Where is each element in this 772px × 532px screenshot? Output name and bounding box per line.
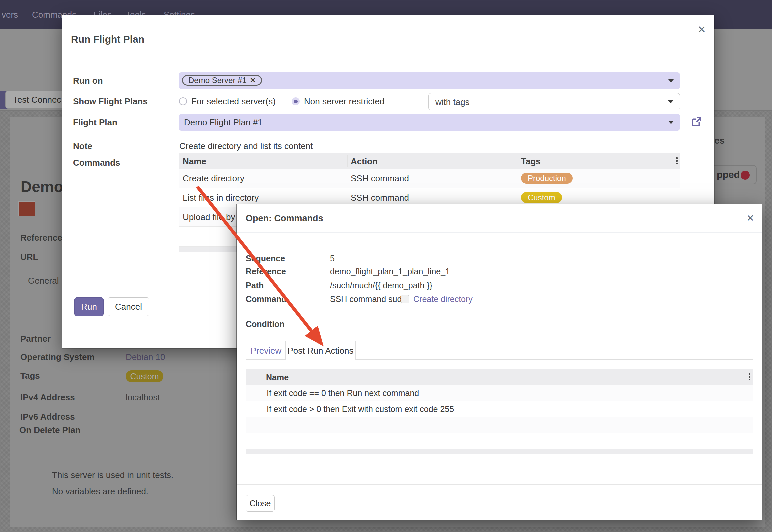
tabs-underline <box>356 359 753 360</box>
cell-action: SSH command <box>351 173 409 184</box>
kebab-menu-icon[interactable] <box>749 373 750 375</box>
open-commands-modal: Open: Commands ✕ Sequence 5 Reference de… <box>237 204 762 520</box>
ipv4-label: IPv4 Address <box>20 392 75 403</box>
url-label: URL <box>20 252 38 262</box>
label-column-divider <box>173 71 173 261</box>
cell-name: If exit code == 0 then Run next command <box>267 388 419 398</box>
cell-name: Upload file by <box>183 212 235 222</box>
actions-table-header: Name <box>246 369 753 385</box>
radio-for-selected-servers[interactable] <box>179 97 187 105</box>
modal-footer-divider <box>237 484 762 485</box>
cell-name: List files in directory <box>183 193 259 203</box>
column-divider <box>347 155 348 167</box>
stopped-status-label: pped <box>717 169 740 180</box>
chevron-down-icon <box>668 121 674 124</box>
field-column-divider <box>326 251 326 307</box>
table-row[interactable]: If exit code == 0 then Run next command <box>246 385 753 401</box>
tab-preview[interactable]: Preview <box>247 342 285 360</box>
field-column-divider <box>326 316 326 333</box>
stopped-status-dot-icon <box>741 171 750 180</box>
column-divider <box>518 155 518 167</box>
server-image[interactable] <box>19 202 35 216</box>
cell-name: If exit code > 0 then Exit with custom e… <box>267 404 454 414</box>
column-divider <box>264 371 264 383</box>
sequence-label: Sequence <box>246 254 285 263</box>
show-flight-plans-label: Show Flight Plans <box>73 96 148 107</box>
col-action: Action <box>351 156 378 167</box>
chevron-down-icon <box>668 79 674 82</box>
operating-system-label: Operating System <box>20 352 95 362</box>
tags-label: Tags <box>20 371 40 381</box>
tag-badge: Custom <box>521 192 562 203</box>
custom-tag-badge: Custom <box>126 370 163 382</box>
commands-table-header: Name Action Tags <box>179 153 680 169</box>
menu-item-servers[interactable]: vers <box>2 0 18 29</box>
remove-tag-icon[interactable]: ✕ <box>250 76 256 84</box>
command-value: SSH command sudo <box>330 294 406 304</box>
path-value: /such/much/{{ demo_path }} <box>330 281 432 290</box>
reference-value: demo_flight_plan_1_plan_line_1 <box>330 267 450 276</box>
tab-post-run-actions[interactable]: Post Run Actions <box>285 341 356 360</box>
ipv4-value: localhost <box>126 392 160 403</box>
create-directory-link[interactable]: Create directory <box>413 294 473 304</box>
server-tag-label: Demo Server #1 <box>188 76 247 85</box>
run-on-multiselect[interactable]: Demo Server #1 ✕ <box>179 72 680 89</box>
screen: vers Commands Files Tools Settings Test … <box>0 0 772 532</box>
col-tags: Tags <box>521 156 541 167</box>
create-directory-checkbox[interactable] <box>401 295 409 303</box>
close-icon[interactable]: ✕ <box>695 23 708 36</box>
unit-test-note-line2: No variables are defined. <box>52 486 148 497</box>
breadcrumb-divider <box>714 87 772 87</box>
right-heading-divider <box>714 148 765 148</box>
col-name: Name <box>266 373 289 382</box>
field-divider <box>119 421 119 439</box>
server-tag: Demo Server #1 ✕ <box>182 75 262 86</box>
radio-non-server-restricted-label[interactable]: Non server restricted <box>304 96 384 107</box>
server-page-title: Demo <box>21 178 63 196</box>
right-heading-fragment: es <box>714 135 725 146</box>
radio-non-server-restricted[interactable] <box>292 97 300 105</box>
note-value: Create directory and list its content <box>179 141 313 151</box>
flight-plan-value: Demo Flight Plan #1 <box>184 117 263 128</box>
on-delete-plan-label: On Delete Plan <box>19 425 81 435</box>
table-row[interactable]: Create directory SSH command Production <box>179 169 680 188</box>
with-tags-select[interactable]: with tags <box>428 93 680 110</box>
condition-label: Condition <box>246 319 285 329</box>
table-row-empty <box>246 417 753 433</box>
kebab-menu-icon[interactable] <box>676 157 678 159</box>
test-connection-label: Test Connec <box>13 95 61 105</box>
modal-header-divider <box>237 232 762 233</box>
path-label: Path <box>246 281 264 290</box>
reference-label: Reference <box>20 233 62 243</box>
flight-plan-select[interactable]: Demo Flight Plan #1 <box>179 114 680 131</box>
tab-general[interactable]: General <box>28 276 59 286</box>
unit-test-note-line1: This server is used in unit tests. <box>52 470 173 480</box>
cancel-button[interactable]: Cancel <box>108 297 149 316</box>
operating-system-value[interactable]: Debian 10 <box>126 352 165 362</box>
note-label: Note <box>73 141 92 151</box>
run-button[interactable]: Run <box>74 297 104 316</box>
with-tags-value: with tags <box>435 97 470 107</box>
external-link-icon[interactable] <box>691 116 703 128</box>
col-name: Name <box>183 156 206 167</box>
table-row[interactable]: If exit code > 0 then Exit with custom e… <box>246 401 753 417</box>
reference-label: Reference <box>246 267 286 276</box>
sequence-value: 5 <box>330 254 335 263</box>
flight-plan-label: Flight Plan <box>73 117 117 128</box>
close-button[interactable]: Close <box>246 495 275 512</box>
table-footer-strip <box>246 449 753 454</box>
modal-title: Run Flight Plan <box>71 34 144 45</box>
close-icon[interactable]: ✕ <box>744 211 757 225</box>
ipv6-label: IPv6 Address <box>20 412 75 422</box>
tabs-underline <box>246 359 285 360</box>
radio-for-selected-servers-label[interactable]: For selected server(s) <box>191 96 276 107</box>
cell-name: Create directory <box>183 173 244 184</box>
tag-badge: Production <box>521 173 573 184</box>
modal-title: Open: Commands <box>246 213 323 224</box>
partner-label: Partner <box>20 334 51 344</box>
run-on-label: Run on <box>73 76 103 86</box>
commands-label: Commands <box>73 158 120 168</box>
modal-header-divider <box>62 46 714 46</box>
command-label: Command <box>246 294 286 304</box>
chevron-down-icon <box>668 100 674 103</box>
